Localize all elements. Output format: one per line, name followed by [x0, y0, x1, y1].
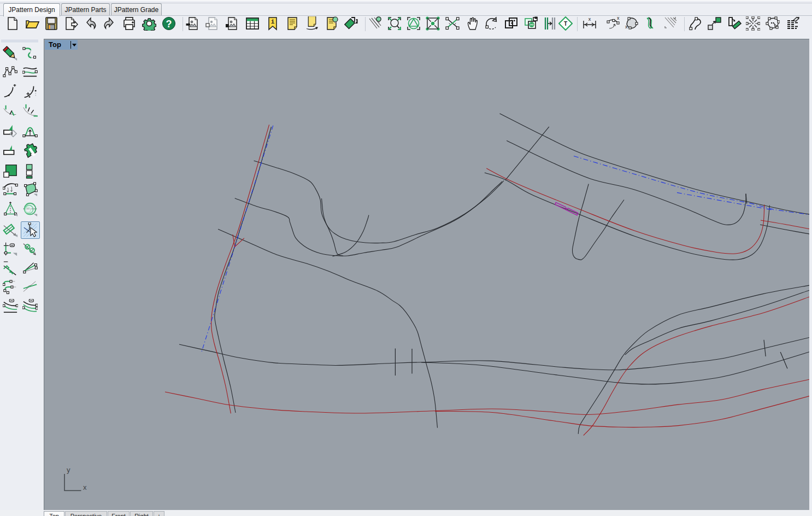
svg-text:x: x	[625, 24, 628, 30]
svg-text:?: ?	[166, 19, 172, 30]
svg-text:i: i	[271, 19, 275, 25]
svg-text:x: x	[83, 483, 87, 491]
svg-text:T: T	[564, 21, 567, 27]
svg-text:x: x	[617, 16, 620, 21]
svg-text:x: x	[589, 16, 591, 22]
svg-text:⚯: ⚯	[530, 22, 534, 27]
svg-text:y: y	[67, 466, 70, 474]
